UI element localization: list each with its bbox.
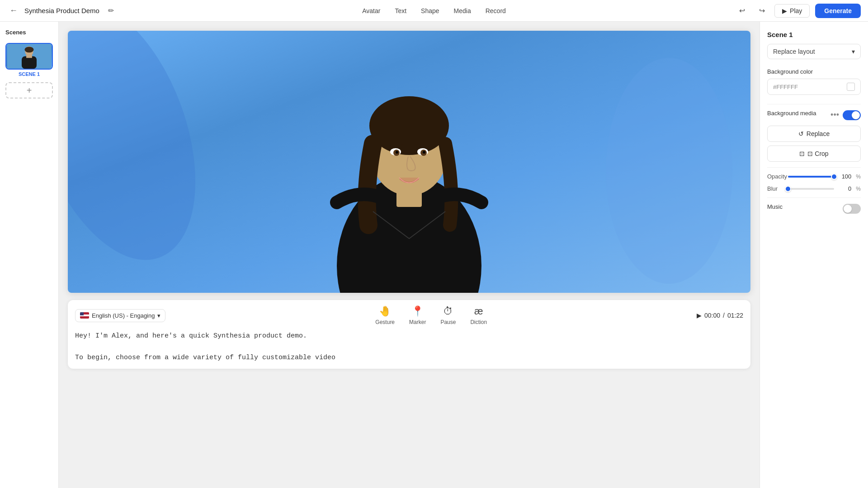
topbar: ← Synthesia Product Demo ✏ Avatar Text S… — [0, 0, 868, 22]
scene-1-label: SCENE 1 — [5, 71, 53, 77]
nav-avatar[interactable]: Avatar — [362, 5, 380, 16]
opacity-slider-thumb[interactable] — [831, 174, 837, 180]
play-button[interactable]: ▶ Play — [774, 4, 810, 18]
blur-slider-thumb[interactable] — [785, 186, 791, 192]
pause-control[interactable]: ⏱ Pause — [440, 305, 456, 325]
color-picker-icon[interactable] — [847, 83, 855, 91]
pause-label: Pause — [440, 319, 456, 325]
nav-media[interactable]: Media — [454, 5, 471, 16]
blur-row: Blur 0 % — [767, 185, 861, 192]
crop-button[interactable]: ⊡ ⊡ Crop — [767, 145, 861, 162]
music-row: Music — [767, 203, 861, 214]
marker-label: Marker — [409, 319, 426, 325]
opacity-slider-track[interactable] — [788, 176, 834, 178]
topbar-nav: Avatar Text Shape Media Record — [362, 5, 506, 16]
scene-1-thumbnail[interactable] — [5, 43, 53, 70]
blur-value: 0 — [839, 185, 851, 192]
svg-rect-3 — [26, 55, 32, 58]
avatar-svg — [292, 31, 527, 293]
play-icon: ▶ — [782, 7, 787, 14]
script-line-2: To begin, choose from a wide variety of … — [75, 352, 743, 363]
bg-media-toggle[interactable] — [843, 110, 861, 120]
opacity-label: Opacity — [767, 173, 783, 180]
play-label: Play — [790, 7, 802, 14]
color-value: #FFFFFF — [773, 84, 843, 90]
background-color-label: Background color — [767, 68, 861, 75]
script-text[interactable]: Hey! I'm Alex, and here's a quick Synthe… — [75, 331, 743, 363]
canvas-area: English (US) - Engaging ▾ 🤚 Gesture 📍 Ma… — [59, 22, 760, 488]
gesture-control[interactable]: 🤚 Gesture — [375, 305, 395, 325]
dots-menu[interactable]: ••• — [830, 110, 839, 120]
replace-btn-label: Replace — [807, 130, 830, 137]
svg-point-14 — [423, 151, 425, 154]
nav-text[interactable]: Text — [395, 5, 406, 16]
playback-controls: 🤚 Gesture 📍 Marker ⏱ Pause æ Diction — [173, 305, 689, 325]
time-separator: / — [723, 312, 725, 319]
total-time: 01:22 — [727, 312, 743, 319]
scenes-sidebar: Scenes SCENE 1 + — [0, 22, 59, 488]
replace-layout-select[interactable]: Replace layout ▾ — [767, 44, 861, 59]
replace-layout-label: Replace layout — [773, 48, 815, 55]
opacity-slider-fill — [788, 176, 834, 178]
bg-shape-1 — [68, 31, 227, 282]
scene-thumb-svg — [6, 44, 52, 69]
scenes-title: Scenes — [5, 29, 53, 36]
bg-media-toggle-knob — [852, 111, 860, 119]
time-display: ▶ 00:00 / 01:22 — [697, 312, 743, 319]
crop-icon: ⊡ — [799, 150, 805, 157]
pause-icon: ⏱ — [443, 305, 453, 317]
bottom-controls: English (US) - Engaging ▾ 🤚 Gesture 📍 Ma… — [68, 300, 750, 369]
script-area: Hey! I'm Alex, and here's a quick Synthe… — [75, 325, 743, 369]
replace-button[interactable]: ↺ Replace — [767, 126, 861, 142]
lang-dropdown-icon: ▾ — [157, 312, 160, 319]
gesture-label: Gesture — [375, 319, 395, 325]
marker-control[interactable]: 📍 Marker — [409, 305, 426, 325]
generate-button[interactable]: Generate — [815, 4, 861, 18]
opacity-percent: % — [856, 174, 861, 180]
script-line-1: Hey! I'm Alex, and here's a quick Synthe… — [75, 331, 743, 342]
background-media-row: Background media ••• — [767, 110, 861, 120]
marker-icon: 📍 — [411, 305, 424, 317]
controls-row-1: English (US) - Engaging ▾ 🤚 Gesture 📍 Ma… — [75, 300, 743, 325]
background-media-label: Background media — [767, 110, 816, 117]
svg-point-13 — [396, 151, 398, 154]
color-input-row[interactable]: #FFFFFF — [767, 79, 861, 95]
panel-divider-1 — [767, 104, 861, 104]
opacity-row: Opacity 100 % — [767, 173, 861, 180]
video-canvas — [68, 31, 750, 293]
add-scene-button[interactable]: + — [5, 82, 53, 99]
music-toggle[interactable] — [843, 204, 861, 214]
gesture-icon: 🤚 — [379, 305, 391, 317]
nav-shape[interactable]: Shape — [421, 5, 439, 16]
main-content: Scenes SCENE 1 + — [0, 22, 868, 488]
scene-1-container: SCENE 1 — [5, 43, 53, 77]
panel-divider-3 — [767, 197, 861, 198]
diction-control[interactable]: æ Diction — [470, 305, 487, 325]
music-toggle-knob — [844, 205, 852, 213]
blur-slider-track[interactable] — [788, 188, 834, 190]
back-button[interactable]: ← — [7, 5, 20, 17]
panel-divider-2 — [767, 167, 861, 168]
undo-icon[interactable]: ↩ — [735, 4, 749, 18]
diction-label: Diction — [470, 319, 487, 325]
nav-record[interactable]: Record — [486, 5, 506, 16]
diction-icon: æ — [474, 305, 483, 317]
svg-point-4 — [24, 47, 33, 52]
crop-btn-label: ⊡ Crop — [807, 150, 828, 157]
scene-title: Scene 1 — [767, 31, 861, 38]
music-label: Music — [767, 203, 783, 210]
language-selector[interactable]: English (US) - Engaging ▾ — [75, 309, 165, 322]
play-time-icon[interactable]: ▶ — [697, 312, 702, 319]
svg-rect-2 — [22, 56, 37, 69]
redo-icon[interactable]: ↪ — [755, 4, 769, 18]
opacity-value: 100 — [839, 173, 851, 180]
edit-title-icon[interactable]: ✏ — [104, 4, 118, 18]
bg-shape-2 — [606, 58, 732, 284]
scene-thumb-bg — [6, 44, 52, 69]
flag-canton — [80, 312, 84, 315]
blur-percent: % — [856, 186, 861, 192]
current-time: 00:00 — [704, 312, 720, 319]
us-flag-icon — [80, 312, 89, 319]
blur-label: Blur — [767, 185, 783, 192]
project-title: Synthesia Product Demo — [24, 7, 99, 14]
